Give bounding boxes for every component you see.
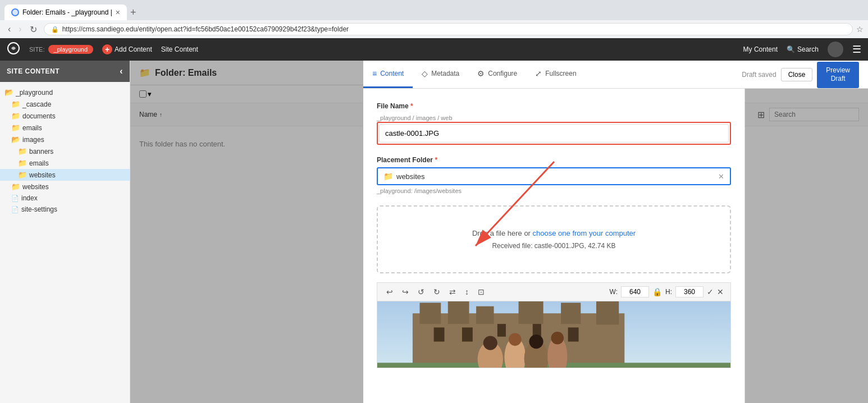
sidebar-item-images[interactable]: 📂 images [0,134,130,145]
sidebar-item-websites-sub[interactable]: 📁 websites [0,169,130,181]
sidebar-item-label: documents [22,112,56,120]
file-name-required: * [410,102,413,110]
sidebar-item-playground[interactable]: 📂 _playground [0,86,130,98]
tab-fullscreen[interactable]: ⤢ Fullscreen [526,61,585,88]
modal-actions: Draft saved Close PreviewDraft [733,62,868,88]
sidebar-item-websites[interactable]: 📁 websites [0,181,130,193]
nav-right: My Content 🔍 Search ☰ [743,42,861,57]
modal-form: File Name * _playground / images / web P… [363,89,745,403]
tab-favicon [11,8,19,16]
svg-rect-14 [568,327,579,341]
sidebar-header: SITE CONTENT ‹ [0,61,130,82]
crop-button[interactable]: ⊡ [476,286,487,297]
sidebar-item-label: index [21,194,38,202]
sidebar-item-emails[interactable]: 📁 emails [0,122,130,134]
content-tab-label: Content [380,70,404,77]
confirm-dimensions-button[interactable]: ✓ [707,287,714,296]
image-preview [377,301,731,368]
browser-chrome: Folder: Emails - _playground | × + ‹ › ↻… [0,0,868,38]
svg-rect-9 [596,301,619,324]
preview-draft-button[interactable]: PreviewDraft [817,62,859,88]
site-label: SITE: [29,46,45,53]
main-panel: 📁 Folder: Emails ✏ Edit 💬 Comments ℹ Det… [130,61,868,403]
svg-point-21 [509,333,522,346]
sidebar-item-index[interactable]: 📄 index [0,193,130,204]
file-name-input[interactable] [379,124,729,143]
app-logo [7,42,20,58]
forward-button[interactable]: › [15,23,25,36]
file-name-label: File Name * [377,102,731,110]
tab-configure[interactable]: ⚙ Configure [468,61,526,88]
fullscreen-tab-label: Fullscreen [545,70,576,77]
sidebar-toggle-button[interactable]: ‹ [120,66,123,76]
new-tab-button[interactable]: + [128,4,139,21]
file-icon: 📄 [11,195,19,202]
choose-file-link[interactable]: choose one from your computer [533,229,636,237]
site-content-link[interactable]: Site Content [161,45,198,53]
sidebar-item-label: emails [22,124,42,132]
reload-button[interactable]: ↻ [26,23,40,36]
lock-aspect-icon[interactable]: 🔒 [652,287,662,296]
tab-content[interactable]: ≡ Content [363,61,413,88]
app: SITE: _playground + Add Content Site Con… [0,38,868,403]
folder-icon: 📁 [18,171,27,179]
tab-close-button[interactable]: × [116,8,120,17]
placement-folder-label: Placement Folder * [377,156,731,164]
sidebar-item-banners[interactable]: 📁 banners [0,145,130,157]
lock-icon: 🔒 [51,26,59,33]
height-label: H: [665,288,672,296]
address-bar[interactable]: 🔒 https://cms.sandiego.edu/entity/open.a… [44,23,853,35]
folder-icon: 📁 [11,182,20,191]
sidebar-item-label: banners [29,148,53,155]
svg-rect-12 [497,324,506,337]
width-input[interactable] [621,286,649,297]
sidebar-item-label: websites [22,183,49,191]
file-icon: 📄 [11,206,19,213]
sidebar-item-cascade[interactable]: 📁 _cascade [0,98,130,110]
flip-v-button[interactable]: ↕ [463,286,471,297]
folder-select-name: websites [396,172,715,181]
browser-toolbar: ‹ › ↻ 🔒 https://cms.sandiego.edu/entity/… [0,20,868,38]
site-name-badge[interactable]: _playground [48,45,94,54]
drop-zone[interactable]: Drop a file here or choose one from your… [377,205,731,273]
fullscreen-tab-icon: ⤢ [535,69,542,78]
received-file-text: Received file: castle-0001.JPG, 42.74 KB [391,242,716,250]
image-editor-toolbar: ↩ ↪ ↺ ↻ ⇄ ↕ ⊡ W: 🔒 H: ✓ ✕ [377,282,731,301]
svg-rect-6 [476,306,494,324]
form-breadcrumb: _playground / images / web [377,115,453,121]
placement-folder-select[interactable]: 📁 websites ✕ [377,167,731,185]
folder-select-clear[interactable]: ✕ [718,172,724,181]
image-preview-inner [377,301,730,368]
sidebar-item-emails-sub[interactable]: 📁 emails [0,157,130,169]
bookmark-button[interactable]: ☆ [856,25,864,34]
top-nav: SITE: _playground + Add Content Site Con… [0,38,868,61]
modal-close-button[interactable]: Close [781,68,813,81]
search-nav-button[interactable]: 🔍 Search [787,45,819,53]
my-content-link[interactable]: My Content [743,45,778,53]
flip-h-button[interactable]: ⇄ [447,286,458,297]
tab-metadata[interactable]: ◇ Metadata [413,61,468,88]
sidebar-item-site-settings[interactable]: 📄 site-settings [0,204,130,215]
drop-zone-text: Drop a file here or choose one from your… [391,229,716,237]
browser-tabs: Folder: Emails - _playground | × + [0,0,868,20]
height-input[interactable] [675,286,703,297]
content-tab-icon: ≡ [372,69,377,78]
sidebar-item-label: site-settings [21,205,57,213]
sidebar-item-documents[interactable]: 📁 documents [0,110,130,122]
hamburger-menu[interactable]: ☰ [852,43,861,56]
back-button[interactable]: ‹ [4,23,14,36]
user-avatar[interactable] [828,42,843,57]
folder-open-icon: 📂 [4,88,13,97]
rotate-cw-button[interactable]: ↻ [431,286,442,297]
add-icon: + [102,44,112,54]
redo-button[interactable]: ↪ [400,286,411,297]
sidebar-tree: 📂 _playground 📁 _cascade 📁 documents 📁 e… [0,82,130,403]
rotate-ccw-button[interactable]: ↺ [415,286,427,297]
cancel-dimensions-button[interactable]: ✕ [717,287,724,296]
modal-tabs-bar: ≡ Content ◇ Metadata ⚙ Configure ⤢ Fulls… [363,61,868,89]
browser-tab-active[interactable]: Folder: Emails - _playground | × [4,4,127,20]
file-name-group: File Name * _playground / images / web [377,102,731,145]
undo-button[interactable]: ↩ [384,286,395,297]
add-content-button[interactable]: + Add Content [102,44,152,54]
folder-icon: 📁 [11,112,20,120]
